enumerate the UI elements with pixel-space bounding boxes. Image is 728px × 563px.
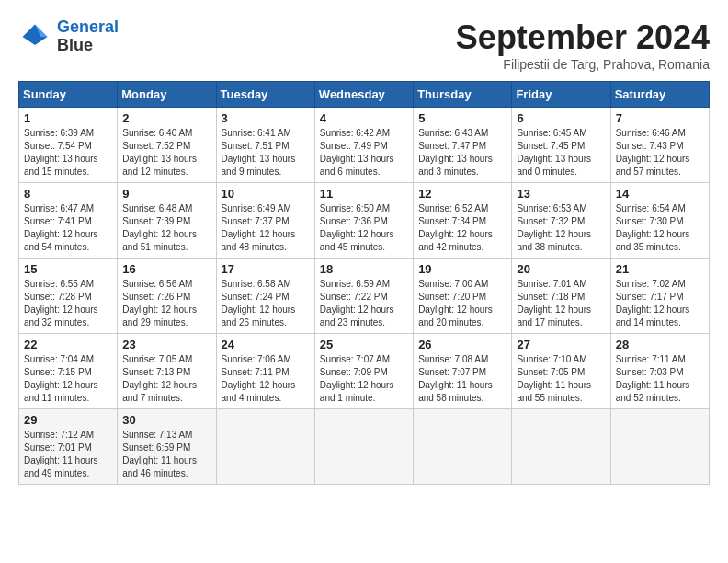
table-row: 10Sunrise: 6:49 AMSunset: 7:37 PMDayligh… bbox=[216, 183, 314, 259]
calendar-week-row: 1Sunrise: 6:39 AMSunset: 7:54 PMDaylight… bbox=[19, 108, 710, 183]
col-tuesday: Tuesday bbox=[216, 82, 314, 108]
col-saturday: Saturday bbox=[610, 82, 709, 108]
col-thursday: Thursday bbox=[414, 82, 512, 108]
day-info: Sunrise: 6:55 AMSunset: 7:28 PMDaylight:… bbox=[24, 278, 112, 329]
day-info: Sunrise: 7:12 AMSunset: 7:01 PMDaylight:… bbox=[24, 429, 112, 480]
day-number: 8 bbox=[24, 187, 112, 201]
table-row: 12Sunrise: 6:52 AMSunset: 7:34 PMDayligh… bbox=[414, 183, 512, 259]
calendar-week-row: 29Sunrise: 7:12 AMSunset: 7:01 PMDayligh… bbox=[19, 409, 710, 485]
day-info: Sunrise: 6:50 AMSunset: 7:36 PMDaylight:… bbox=[320, 202, 408, 254]
day-number: 22 bbox=[24, 338, 112, 351]
day-number: 3 bbox=[222, 111, 310, 125]
table-row: 30Sunrise: 7:13 AMSunset: 6:59 PMDayligh… bbox=[118, 409, 216, 485]
day-number: 21 bbox=[616, 262, 704, 276]
day-number: 20 bbox=[517, 262, 605, 276]
table-row: 28Sunrise: 7:11 AMSunset: 7:03 PMDayligh… bbox=[610, 334, 709, 409]
page-header: General Blue September 2024 Filipestii d… bbox=[18, 18, 710, 72]
day-info: Sunrise: 7:08 AMSunset: 7:07 PMDaylight:… bbox=[418, 353, 506, 405]
day-number: 11 bbox=[320, 187, 408, 201]
table-row: 6Sunrise: 6:45 AMSunset: 7:45 PMDaylight… bbox=[512, 108, 610, 183]
day-info: Sunrise: 7:11 AMSunset: 7:03 PMDaylight:… bbox=[616, 353, 704, 405]
logo-text: General Blue bbox=[57, 18, 119, 55]
table-row: 15Sunrise: 6:55 AMSunset: 7:28 PMDayligh… bbox=[19, 259, 118, 334]
day-info: Sunrise: 6:40 AMSunset: 7:52 PMDaylight:… bbox=[122, 127, 210, 178]
day-number: 24 bbox=[222, 338, 310, 351]
day-info: Sunrise: 6:45 AMSunset: 7:45 PMDaylight:… bbox=[517, 127, 605, 178]
table-row: 26Sunrise: 7:08 AMSunset: 7:07 PMDayligh… bbox=[414, 334, 512, 409]
day-info: Sunrise: 6:48 AMSunset: 7:39 PMDaylight:… bbox=[122, 202, 210, 254]
calendar-week-row: 8Sunrise: 6:47 AMSunset: 7:41 PMDaylight… bbox=[19, 183, 710, 259]
day-info: Sunrise: 6:52 AMSunset: 7:34 PMDaylight:… bbox=[418, 202, 506, 254]
table-row bbox=[314, 409, 413, 485]
table-row: 20Sunrise: 7:01 AMSunset: 7:18 PMDayligh… bbox=[512, 259, 610, 334]
day-info: Sunrise: 6:53 AMSunset: 7:32 PMDaylight:… bbox=[517, 202, 605, 254]
table-row: 16Sunrise: 6:56 AMSunset: 7:26 PMDayligh… bbox=[118, 259, 216, 334]
logo: General Blue bbox=[18, 18, 119, 55]
day-number: 7 bbox=[616, 111, 704, 125]
table-row bbox=[512, 409, 610, 485]
table-row: 3Sunrise: 6:41 AMSunset: 7:51 PMDaylight… bbox=[216, 108, 314, 183]
day-info: Sunrise: 6:54 AMSunset: 7:30 PMDaylight:… bbox=[616, 202, 704, 254]
day-number: 15 bbox=[24, 262, 112, 276]
day-info: Sunrise: 6:43 AMSunset: 7:47 PMDaylight:… bbox=[418, 127, 506, 178]
day-number: 23 bbox=[122, 338, 210, 351]
table-row bbox=[610, 409, 709, 485]
table-row: 19Sunrise: 7:00 AMSunset: 7:20 PMDayligh… bbox=[414, 259, 512, 334]
day-info: Sunrise: 7:10 AMSunset: 7:05 PMDaylight:… bbox=[517, 353, 605, 405]
table-row: 25Sunrise: 7:07 AMSunset: 7:09 PMDayligh… bbox=[314, 334, 413, 409]
day-number: 18 bbox=[320, 262, 408, 276]
table-row: 8Sunrise: 6:47 AMSunset: 7:41 PMDaylight… bbox=[19, 183, 118, 259]
table-row: 14Sunrise: 6:54 AMSunset: 7:30 PMDayligh… bbox=[610, 183, 709, 259]
table-row: 27Sunrise: 7:10 AMSunset: 7:05 PMDayligh… bbox=[512, 334, 610, 409]
day-number: 2 bbox=[122, 111, 210, 125]
day-info: Sunrise: 7:13 AMSunset: 6:59 PMDaylight:… bbox=[122, 429, 210, 480]
day-number: 1 bbox=[24, 111, 112, 125]
day-info: Sunrise: 7:05 AMSunset: 7:13 PMDaylight:… bbox=[122, 353, 210, 405]
day-info: Sunrise: 7:06 AMSunset: 7:11 PMDaylight:… bbox=[222, 353, 310, 405]
day-number: 26 bbox=[418, 338, 506, 351]
day-number: 25 bbox=[320, 338, 408, 351]
day-info: Sunrise: 6:58 AMSunset: 7:24 PMDaylight:… bbox=[222, 278, 310, 329]
day-info: Sunrise: 6:49 AMSunset: 7:37 PMDaylight:… bbox=[222, 202, 310, 254]
table-row: 13Sunrise: 6:53 AMSunset: 7:32 PMDayligh… bbox=[512, 183, 610, 259]
calendar-week-row: 15Sunrise: 6:55 AMSunset: 7:28 PMDayligh… bbox=[19, 259, 710, 334]
table-row: 1Sunrise: 6:39 AMSunset: 7:54 PMDaylight… bbox=[19, 108, 118, 183]
day-number: 17 bbox=[222, 262, 310, 276]
day-number: 12 bbox=[418, 187, 506, 201]
table-row bbox=[216, 409, 314, 485]
col-monday: Monday bbox=[118, 82, 216, 108]
table-row: 11Sunrise: 6:50 AMSunset: 7:36 PMDayligh… bbox=[314, 183, 413, 259]
day-info: Sunrise: 6:41 AMSunset: 7:51 PMDaylight:… bbox=[222, 127, 310, 178]
table-row: 18Sunrise: 6:59 AMSunset: 7:22 PMDayligh… bbox=[314, 259, 413, 334]
day-number: 5 bbox=[418, 111, 506, 125]
day-number: 27 bbox=[517, 338, 605, 351]
day-info: Sunrise: 6:56 AMSunset: 7:26 PMDaylight:… bbox=[122, 278, 210, 329]
table-row: 5Sunrise: 6:43 AMSunset: 7:47 PMDaylight… bbox=[414, 108, 512, 183]
day-info: Sunrise: 6:39 AMSunset: 7:54 PMDaylight:… bbox=[24, 127, 112, 178]
day-number: 29 bbox=[24, 413, 112, 427]
day-number: 14 bbox=[616, 187, 704, 201]
title-area: September 2024 Filipestii de Targ, Praho… bbox=[456, 18, 710, 72]
day-info: Sunrise: 6:47 AMSunset: 7:41 PMDaylight:… bbox=[24, 202, 112, 254]
calendar-table: Sunday Monday Tuesday Wednesday Thursday… bbox=[18, 81, 710, 485]
table-row: 24Sunrise: 7:06 AMSunset: 7:11 PMDayligh… bbox=[216, 334, 314, 409]
day-info: Sunrise: 6:46 AMSunset: 7:43 PMDaylight:… bbox=[616, 127, 704, 178]
day-number: 10 bbox=[222, 187, 310, 201]
day-number: 9 bbox=[122, 187, 210, 201]
calendar-week-row: 22Sunrise: 7:04 AMSunset: 7:15 PMDayligh… bbox=[19, 334, 710, 409]
table-row: 22Sunrise: 7:04 AMSunset: 7:15 PMDayligh… bbox=[19, 334, 118, 409]
col-wednesday: Wednesday bbox=[314, 82, 413, 108]
col-friday: Friday bbox=[512, 82, 610, 108]
day-info: Sunrise: 6:42 AMSunset: 7:49 PMDaylight:… bbox=[320, 127, 408, 178]
table-row: 29Sunrise: 7:12 AMSunset: 7:01 PMDayligh… bbox=[19, 409, 118, 485]
day-info: Sunrise: 7:02 AMSunset: 7:17 PMDaylight:… bbox=[616, 278, 704, 329]
table-row bbox=[414, 409, 512, 485]
table-row: 9Sunrise: 6:48 AMSunset: 7:39 PMDaylight… bbox=[118, 183, 216, 259]
day-info: Sunrise: 7:01 AMSunset: 7:18 PMDaylight:… bbox=[517, 278, 605, 329]
day-info: Sunrise: 6:59 AMSunset: 7:22 PMDaylight:… bbox=[320, 278, 408, 329]
table-row: 2Sunrise: 6:40 AMSunset: 7:52 PMDaylight… bbox=[118, 108, 216, 183]
day-number: 6 bbox=[517, 111, 605, 125]
month-title: September 2024 bbox=[456, 18, 710, 57]
day-info: Sunrise: 7:07 AMSunset: 7:09 PMDaylight:… bbox=[320, 353, 408, 405]
table-row: 7Sunrise: 6:46 AMSunset: 7:43 PMDaylight… bbox=[610, 108, 709, 183]
